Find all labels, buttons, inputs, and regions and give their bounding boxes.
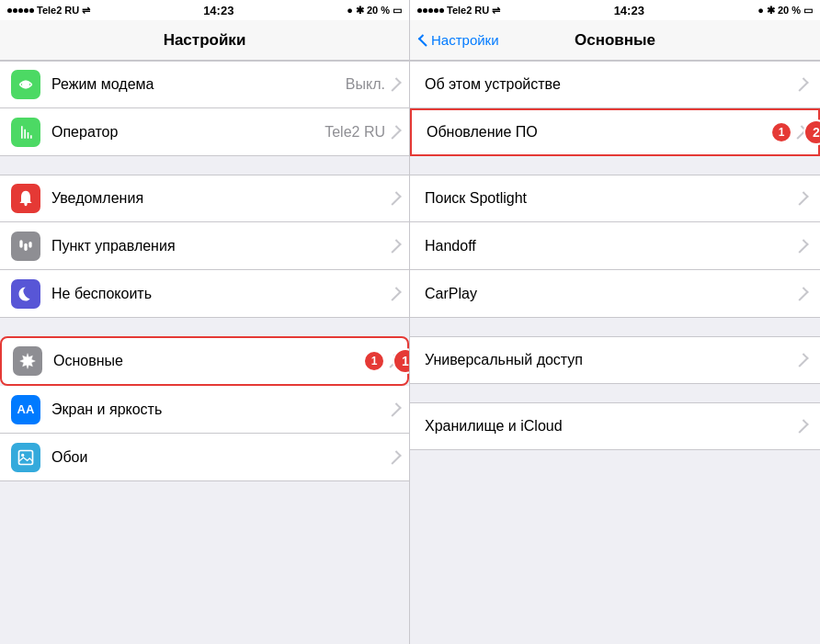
accessibility-label: Универсальный доступ	[425, 352, 798, 368]
handoff-label: Handoff	[425, 238, 798, 254]
settings-item-dnd[interactable]: Не беспокоить	[0, 270, 409, 318]
control-icon	[11, 232, 40, 261]
left-section-3: Основные 1 1 AA Экран и яркость Обои	[0, 336, 409, 481]
left-nav-bar: Настройки	[0, 20, 409, 61]
battery-label: 20 %	[367, 5, 390, 16]
left-nav-title: Настройки	[164, 31, 246, 50]
right-item-storage[interactable]: Хранилище и iCloud	[410, 402, 820, 450]
right-nav-title: Основные	[575, 31, 655, 50]
right-item-accessibility[interactable]: Универсальный доступ	[410, 336, 820, 384]
modem-icon	[11, 70, 40, 99]
update-badge: 1	[772, 123, 791, 141]
right-status-bar-right: ● ✱ 20 % ▭	[757, 5, 813, 17]
settings-item-wallpaper[interactable]: Обои	[0, 434, 409, 481]
spotlight-label: Поиск Spotlight	[425, 190, 798, 207]
right-gap-3	[410, 384, 820, 402]
settings-item-control[interactable]: Пункт управления	[0, 222, 409, 270]
left-status-bar: Tele2 RU ⇌ 14:23 ● ✱ 20 % ▭	[0, 0, 409, 20]
right-section-3: Универсальный доступ	[410, 336, 820, 384]
dnd-icon	[11, 279, 40, 309]
left-settings-list: Режим модема Выкл. Оператор Tele2 RU Уве…	[0, 61, 409, 644]
svg-rect-2	[24, 243, 27, 250]
display-label: Экран и яркость	[51, 401, 391, 418]
right-nav-bar: Настройки Основные	[410, 20, 820, 61]
wallpaper-label: Обои	[51, 449, 391, 466]
right-wifi-icon: ⇌	[492, 5, 500, 17]
operator-chevron	[387, 125, 402, 140]
right-item-spotlight[interactable]: Поиск Spotlight	[410, 175, 820, 222]
operator-icon	[11, 118, 40, 147]
right-section-4: Хранилище и iCloud	[410, 402, 820, 450]
right-status-bar-left: Tele2 RU ⇌	[417, 5, 500, 17]
right-bluetooth-icon: ✱	[767, 5, 775, 17]
modem-label: Режим модема	[51, 76, 346, 93]
notifications-label: Уведомления	[51, 190, 391, 207]
left-section-1: Режим модема Выкл. Оператор Tele2 RU	[0, 61, 409, 156]
right-item-update[interactable]: Обновление ПО 1 2	[410, 108, 820, 156]
back-button[interactable]: Настройки	[421, 32, 499, 48]
operator-value: Tele2 RU	[325, 124, 385, 141]
left-gap-1	[0, 156, 409, 175]
svg-rect-5	[19, 450, 33, 464]
svg-point-6	[21, 453, 24, 456]
storage-label: Хранилище и iCloud	[425, 418, 798, 435]
settings-item-general[interactable]: Основные 1 1	[0, 336, 409, 386]
right-settings-list: Об этом устройстве Обновление ПО 1 2 Пои…	[410, 61, 820, 644]
right-phone-panel: Tele2 RU ⇌ 14:23 ● ✱ 20 % ▭ Настройки Ос…	[410, 0, 820, 644]
right-time-label: 14:23	[614, 4, 644, 17]
display-icon: AA	[11, 395, 40, 424]
general-label: Основные	[53, 353, 365, 369]
left-section-2: Уведомления Пункт управления Не беспокои…	[0, 175, 409, 318]
modem-value: Выкл.	[346, 76, 385, 93]
general-icon	[13, 346, 42, 376]
right-gap-1	[410, 156, 820, 175]
right-location-icon: ●	[757, 5, 764, 16]
time-label: 14:23	[203, 4, 233, 17]
right-carrier-label: Tele2 RU	[447, 5, 489, 16]
settings-item-modem[interactable]: Режим модема Выкл.	[0, 61, 409, 108]
step-badge-2: 2	[803, 119, 820, 145]
right-section-2: Поиск Spotlight Handoff CarPlay	[410, 175, 820, 318]
operator-label: Оператор	[51, 124, 325, 141]
right-gap-2	[410, 318, 820, 336]
wifi-icon: ⇌	[82, 5, 90, 17]
settings-item-display[interactable]: AA Экран и яркость	[0, 386, 409, 434]
right-item-handoff[interactable]: Handoff	[410, 222, 820, 270]
left-status-bar-right: ● ✱ 20 % ▭	[347, 5, 402, 17]
control-label: Пункт управления	[51, 238, 391, 254]
right-section-1: Об этом устройстве Обновление ПО 1 2	[410, 61, 820, 156]
general-badge: 1	[365, 352, 383, 370]
back-chevron-icon	[418, 34, 430, 46]
left-gap-2	[0, 318, 409, 336]
svg-rect-1	[19, 240, 22, 247]
right-battery-icon: ▭	[803, 5, 813, 17]
settings-item-notifications[interactable]: Уведомления	[0, 175, 409, 222]
carplay-label: CarPlay	[425, 286, 798, 302]
signal-icon	[7, 8, 34, 13]
right-status-bar: Tele2 RU ⇌ 14:23 ● ✱ 20 % ▭	[410, 0, 820, 20]
modem-chevron	[387, 77, 402, 92]
about-label: Об этом устройстве	[425, 76, 798, 93]
battery-icon: ▭	[393, 5, 402, 17]
update-label: Обновление ПО	[427, 124, 772, 141]
back-label: Настройки	[431, 32, 499, 48]
svg-rect-3	[28, 242, 31, 248]
dnd-label: Не беспокоить	[51, 286, 391, 302]
left-phone-panel: Tele2 RU ⇌ 14:23 ● ✱ 20 % ▭ Настройки Ре…	[0, 0, 410, 644]
carrier-label: Tele2 RU	[37, 5, 79, 16]
left-status-bar-left: Tele2 RU ⇌	[7, 5, 90, 17]
right-signal-icon	[417, 8, 444, 13]
settings-item-operator[interactable]: Оператор Tele2 RU	[0, 108, 409, 156]
right-item-carplay[interactable]: CarPlay	[410, 270, 820, 318]
wallpaper-icon	[11, 443, 40, 472]
location-icon: ●	[347, 5, 353, 16]
right-battery-label: 20 %	[778, 5, 801, 16]
notifications-icon	[11, 184, 40, 213]
right-item-about[interactable]: Об этом устройстве	[410, 61, 820, 108]
step-badge-1: 1	[393, 348, 409, 374]
bluetooth-icon: ✱	[356, 5, 364, 17]
